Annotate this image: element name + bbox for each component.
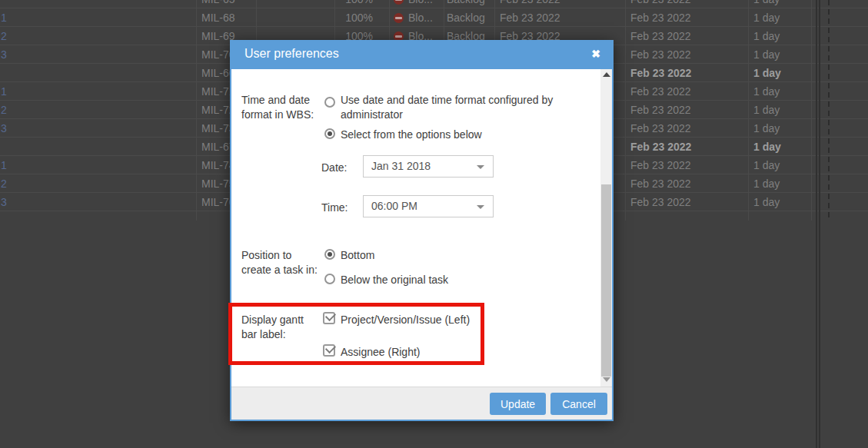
cell-due-date: Feb 23 2022 xyxy=(630,45,723,64)
cell-duration: 1 day xyxy=(753,138,807,156)
cell-row-number: 1 xyxy=(1,156,7,174)
checkbox-assignee-label[interactable]: Assignee (Right) xyxy=(341,345,421,360)
time-select-value: 06:00 PM xyxy=(371,200,417,212)
column-divider xyxy=(811,0,812,221)
cell-progress: 100% xyxy=(334,8,373,27)
cell-due-date: Feb 23 2022 xyxy=(630,174,723,193)
date-label: Date: xyxy=(321,161,347,175)
dialog-footer: Update Cancel xyxy=(231,387,612,420)
cell-duration: 1 day xyxy=(753,8,807,27)
cell-row-number: 2 xyxy=(1,174,7,193)
cell-due-date: Feb 23 2022 xyxy=(630,0,723,8)
dialog-title: User preferences xyxy=(244,47,339,61)
cell-start-date: Feb 23 2022 xyxy=(500,8,592,27)
column-divider xyxy=(196,0,197,221)
cell-duration: 1 day xyxy=(753,119,807,138)
cell-due-date: Feb 23 2022 xyxy=(630,27,723,45)
cell-due-date: Feb 23 2022 xyxy=(630,119,723,138)
table-row: MIL-65100%Blo...BacklogFeb 23 2022Feb 23… xyxy=(0,0,868,8)
cell-issue-key: MIL-68 xyxy=(201,8,255,27)
scrollbar[interactable] xyxy=(600,69,612,387)
cell-due-date: Feb 23 2022 xyxy=(630,82,723,101)
table-row: 1MIL-68100%Blo...BacklogFeb 23 2022Feb 2… xyxy=(0,8,868,27)
user-preferences-dialog: User preferences ✖ Time and date format … xyxy=(230,40,614,421)
blocked-icon xyxy=(394,13,404,23)
radio-select-format-label[interactable]: Select from the options below xyxy=(341,128,482,142)
scrollbar-thumb[interactable] xyxy=(601,184,611,377)
cell-duration: 1 day xyxy=(753,82,807,101)
cell-duration: 1 day xyxy=(753,101,807,119)
chevron-down-icon xyxy=(477,165,484,169)
time-select[interactable]: 06:00 PM xyxy=(363,195,494,217)
column-divider xyxy=(748,0,749,221)
cell-due-date: Feb 23 2022 xyxy=(630,8,723,27)
date-select-value: Jan 31 2018 xyxy=(371,160,431,172)
radio-select-format[interactable] xyxy=(324,128,335,139)
checkbox-project-version-issue[interactable] xyxy=(323,312,335,324)
cell-start-date: Feb 23 2022 xyxy=(500,0,592,8)
radio-position-bottom[interactable] xyxy=(324,249,335,260)
cell-duration: 1 day xyxy=(753,64,807,82)
radio-position-bottom-label[interactable]: Bottom xyxy=(341,248,374,263)
scroll-down-icon[interactable] xyxy=(603,377,610,382)
radio-admin-format[interactable] xyxy=(324,97,335,108)
cell-due-date: Feb 23 2022 xyxy=(630,138,723,156)
dialog-body: Time and date format in WBS: Use date an… xyxy=(231,69,612,387)
cell-flag: Blo... xyxy=(394,0,441,8)
cell-duration: 1 day xyxy=(753,0,807,8)
cell-duration: 1 day xyxy=(753,45,807,64)
gantt-bar-label-label: Display gantt bar label: xyxy=(241,313,304,342)
scroll-up-icon[interactable] xyxy=(603,72,610,77)
cell-row-number: 3 xyxy=(1,193,7,211)
cell-duration: 1 day xyxy=(753,156,807,174)
cell-row-number: 1 xyxy=(1,8,7,27)
time-label: Time: xyxy=(321,201,348,215)
page: MIL-65100%Blo...BacklogFeb 23 2022Feb 23… xyxy=(0,0,868,448)
cell-row-number: 2 xyxy=(1,27,7,45)
blocked-icon xyxy=(394,0,404,5)
column-divider xyxy=(625,0,626,221)
chevron-down-icon xyxy=(477,205,484,209)
cell-duration: 1 day xyxy=(753,27,807,45)
cell-flag: Blo... xyxy=(394,8,441,27)
cell-row-number: 1 xyxy=(1,82,7,101)
cell-due-date: Feb 23 2022 xyxy=(630,193,723,211)
cell-row-number: 3 xyxy=(1,45,7,64)
checkbox-project-version-issue-label[interactable]: Project/Version/Issue (Left) xyxy=(341,313,470,327)
cancel-button[interactable]: Cancel xyxy=(550,393,607,415)
cell-row-number: 3 xyxy=(1,119,7,138)
cell-progress: 100% xyxy=(334,0,373,8)
cell-row-number: 2 xyxy=(1,101,7,119)
date-select[interactable]: Jan 31 2018 xyxy=(363,155,494,178)
close-icon[interactable]: ✖ xyxy=(591,48,600,60)
cell-duration: 1 day xyxy=(753,193,807,211)
cell-duration: 1 day xyxy=(753,174,807,193)
radio-position-below-label[interactable]: Below the original task xyxy=(341,273,448,287)
cell-status: Backlog xyxy=(447,8,493,27)
cell-due-date: Feb 23 2022 xyxy=(630,64,723,82)
checkbox-assignee[interactable] xyxy=(323,344,335,357)
radio-admin-format-label[interactable]: Use date and date time format configured… xyxy=(341,93,571,122)
update-button[interactable]: Update xyxy=(490,393,546,415)
position-label: Position to create a task in: xyxy=(241,248,318,277)
gantt-gridline xyxy=(828,0,830,221)
radio-position-below[interactable] xyxy=(324,274,335,284)
cell-due-date: Feb 23 2022 xyxy=(630,101,723,119)
cell-due-date: Feb 23 2022 xyxy=(630,156,723,174)
cell-issue-key: MIL-65 xyxy=(201,0,255,8)
time-date-format-label: Time and date format in WBS: xyxy=(241,93,314,122)
dialog-header: User preferences ✖ xyxy=(231,41,612,69)
cell-status: Backlog xyxy=(447,0,493,8)
table-gantt-splitter[interactable] xyxy=(816,0,820,448)
